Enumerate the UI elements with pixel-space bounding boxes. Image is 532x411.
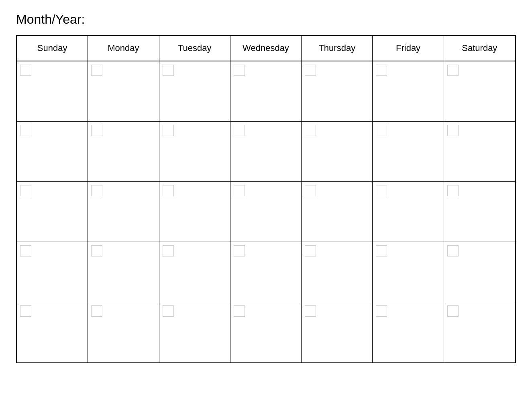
calendar-cell[interactable]	[302, 302, 373, 362]
date-box	[234, 125, 245, 136]
date-box	[447, 125, 459, 136]
date-box	[447, 245, 459, 256]
calendar-cell[interactable]	[159, 302, 230, 362]
calendar-cell[interactable]	[302, 242, 373, 302]
calendar-cell[interactable]	[159, 242, 230, 302]
date-box	[447, 305, 459, 317]
date-box	[163, 245, 174, 256]
date-box	[234, 185, 245, 196]
date-box	[20, 125, 31, 136]
calendar-cell[interactable]	[444, 122, 515, 181]
calendar-header-cell: Sunday	[17, 36, 88, 61]
date-box	[91, 185, 102, 196]
calendar-header: SundayMondayTuesdayWednesdayThursdayFrid…	[17, 36, 515, 61]
calendar-cell[interactable]	[88, 302, 159, 362]
calendar-header-cell: Tuesday	[159, 36, 230, 61]
date-box	[91, 125, 102, 136]
date-box	[376, 125, 387, 136]
calendar-header-cell: Thursday	[302, 36, 373, 61]
calendar-cell[interactable]	[230, 302, 302, 362]
calendar-cell[interactable]	[88, 61, 159, 121]
date-box	[163, 305, 174, 317]
calendar-body	[17, 61, 515, 362]
calendar-cell[interactable]	[159, 182, 230, 242]
calendar-cell[interactable]	[230, 242, 302, 302]
calendar-cell[interactable]	[302, 61, 373, 121]
calendar-row	[17, 242, 515, 302]
date-box	[305, 125, 316, 136]
date-box	[376, 245, 387, 256]
calendar-header-cell: Saturday	[444, 36, 515, 61]
page-title: Month/Year:	[16, 12, 516, 27]
date-box	[163, 125, 174, 136]
calendar-cell[interactable]	[373, 242, 444, 302]
date-box	[91, 65, 102, 76]
date-box	[234, 245, 245, 256]
calendar-cell[interactable]	[88, 242, 159, 302]
calendar-row	[17, 61, 515, 122]
date-box	[447, 65, 459, 76]
calendar-cell[interactable]	[444, 302, 515, 362]
calendar-cell[interactable]	[17, 302, 88, 362]
calendar-cell[interactable]	[17, 61, 88, 121]
calendar-cell[interactable]	[444, 242, 515, 302]
calendar-row	[17, 122, 515, 182]
date-box	[91, 245, 102, 256]
date-box	[91, 305, 102, 317]
calendar-cell[interactable]	[444, 182, 515, 242]
date-box	[305, 185, 316, 196]
date-box	[20, 305, 31, 317]
calendar-cell[interactable]	[159, 61, 230, 121]
calendar-header-cell: Monday	[88, 36, 159, 61]
calendar-cell[interactable]	[17, 122, 88, 181]
calendar-row	[17, 182, 515, 242]
calendar-cell[interactable]	[373, 182, 444, 242]
calendar-cell[interactable]	[302, 182, 373, 242]
calendar-cell[interactable]	[159, 122, 230, 181]
date-box	[376, 305, 387, 317]
date-box	[447, 185, 459, 196]
calendar-cell[interactable]	[373, 61, 444, 121]
calendar-cell[interactable]	[17, 182, 88, 242]
calendar-cell[interactable]	[230, 122, 302, 181]
calendar-header-cell: Wednesday	[230, 36, 302, 61]
calendar-cell[interactable]	[230, 61, 302, 121]
date-box	[20, 65, 31, 76]
calendar: SundayMondayTuesdayWednesdayThursdayFrid…	[16, 35, 516, 363]
date-box	[163, 65, 174, 76]
date-box	[376, 65, 387, 76]
date-box	[234, 305, 245, 317]
date-box	[376, 185, 387, 196]
date-box	[305, 245, 316, 256]
calendar-cell[interactable]	[88, 122, 159, 181]
calendar-cell[interactable]	[373, 302, 444, 362]
calendar-cell[interactable]	[444, 61, 515, 121]
calendar-cell[interactable]	[17, 242, 88, 302]
calendar-cell[interactable]	[88, 182, 159, 242]
date-box	[163, 185, 174, 196]
date-box	[20, 245, 31, 256]
calendar-cell[interactable]	[302, 122, 373, 181]
calendar-row	[17, 302, 515, 362]
date-box	[305, 65, 316, 76]
calendar-cell[interactable]	[373, 122, 444, 181]
calendar-header-cell: Friday	[373, 36, 444, 61]
date-box	[305, 305, 316, 317]
date-box	[20, 185, 31, 196]
date-box	[234, 65, 245, 76]
calendar-cell[interactable]	[230, 182, 302, 242]
